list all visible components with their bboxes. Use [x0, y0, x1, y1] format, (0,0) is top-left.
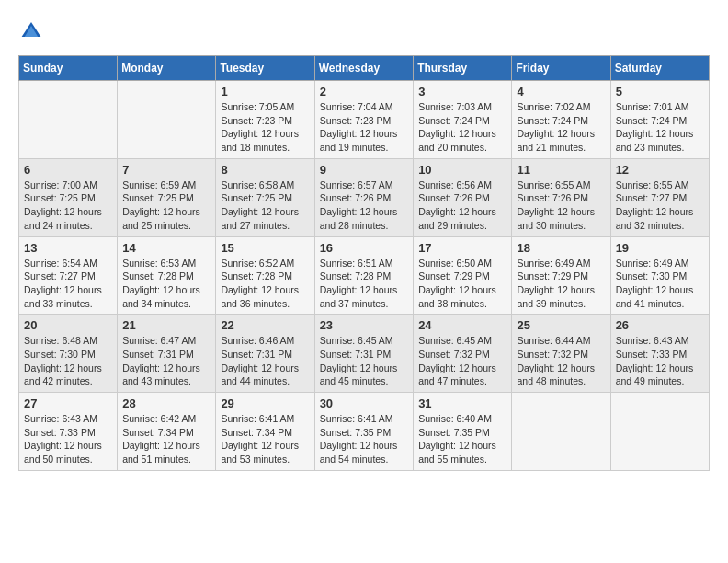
calendar-day-cell: 24Sunrise: 6:45 AM Sunset: 7:32 PM Dayli…	[414, 315, 512, 393]
calendar-day-cell: 18Sunrise: 6:49 AM Sunset: 7:29 PM Dayli…	[512, 236, 610, 315]
calendar-day-cell: 8Sunrise: 6:58 AM Sunset: 7:25 PM Daylig…	[216, 158, 314, 236]
calendar-week-row: 13Sunrise: 6:54 AM Sunset: 7:27 PM Dayli…	[19, 236, 710, 315]
day-number: 16	[320, 241, 409, 255]
day-info: Sunrise: 6:57 AM Sunset: 7:26 PM Dayligh…	[320, 178, 409, 233]
logo-icon	[20, 18, 42, 40]
day-number: 7	[122, 163, 210, 177]
day-info: Sunrise: 6:47 AM Sunset: 7:31 PM Dayligh…	[122, 334, 210, 388]
day-number: 5	[616, 85, 704, 98]
day-number: 22	[221, 318, 309, 332]
day-info: Sunrise: 7:00 AM Sunset: 7:25 PM Dayligh…	[24, 178, 112, 233]
calendar-week-row: 20Sunrise: 6:48 AM Sunset: 7:30 PM Dayli…	[19, 315, 710, 393]
calendar-empty-cell	[512, 393, 610, 471]
weekday-header-tuesday: Tuesday	[216, 56, 314, 81]
calendar-day-cell: 5Sunrise: 7:01 AM Sunset: 7:24 PM Daylig…	[610, 81, 709, 159]
day-info: Sunrise: 6:53 AM Sunset: 7:28 PM Dayligh…	[122, 257, 210, 311]
day-info: Sunrise: 6:49 AM Sunset: 7:29 PM Dayligh…	[517, 257, 605, 311]
calendar-day-cell: 20Sunrise: 6:48 AM Sunset: 7:30 PM Dayli…	[19, 315, 118, 393]
weekday-header-saturday: Saturday	[610, 56, 709, 81]
day-info: Sunrise: 7:05 AM Sunset: 7:23 PM Dayligh…	[221, 100, 309, 155]
day-number: 1	[221, 85, 309, 98]
day-info: Sunrise: 6:52 AM Sunset: 7:28 PM Dayligh…	[221, 257, 309, 311]
day-number: 17	[418, 241, 506, 255]
calendar-day-cell: 1Sunrise: 7:05 AM Sunset: 7:23 PM Daylig…	[216, 81, 314, 159]
weekday-header-row: SundayMondayTuesdayWednesdayThursdayFrid…	[19, 56, 710, 81]
day-info: Sunrise: 6:44 AM Sunset: 7:32 PM Dayligh…	[517, 334, 605, 388]
day-info: Sunrise: 6:45 AM Sunset: 7:31 PM Dayligh…	[320, 334, 409, 388]
day-info: Sunrise: 6:43 AM Sunset: 7:33 PM Dayligh…	[616, 334, 704, 388]
day-info: Sunrise: 6:58 AM Sunset: 7:25 PM Dayligh…	[221, 178, 309, 233]
calendar-day-cell: 9Sunrise: 6:57 AM Sunset: 7:26 PM Daylig…	[314, 158, 414, 236]
day-info: Sunrise: 6:49 AM Sunset: 7:30 PM Dayligh…	[616, 257, 704, 311]
weekday-header-thursday: Thursday	[414, 56, 512, 81]
day-number: 10	[418, 163, 506, 177]
day-number: 2	[320, 85, 409, 98]
calendar-day-cell: 26Sunrise: 6:43 AM Sunset: 7:33 PM Dayli…	[610, 315, 709, 393]
day-info: Sunrise: 6:56 AM Sunset: 7:26 PM Dayligh…	[418, 178, 506, 233]
calendar-empty-cell	[19, 81, 118, 159]
day-info: Sunrise: 6:50 AM Sunset: 7:29 PM Dayligh…	[418, 257, 506, 311]
day-number: 26	[616, 318, 704, 332]
calendar-empty-cell	[610, 393, 709, 471]
day-number: 15	[221, 241, 309, 255]
day-number: 20	[24, 318, 112, 332]
day-number: 6	[24, 163, 112, 177]
day-info: Sunrise: 6:54 AM Sunset: 7:27 PM Dayligh…	[24, 257, 112, 311]
day-info: Sunrise: 7:01 AM Sunset: 7:24 PM Dayligh…	[616, 100, 704, 155]
calendar-day-cell: 30Sunrise: 6:41 AM Sunset: 7:35 PM Dayli…	[314, 393, 414, 471]
day-info: Sunrise: 6:40 AM Sunset: 7:35 PM Dayligh…	[418, 412, 506, 466]
day-number: 3	[418, 85, 506, 98]
calendar-day-cell: 12Sunrise: 6:55 AM Sunset: 7:27 PM Dayli…	[610, 158, 709, 236]
calendar-day-cell: 19Sunrise: 6:49 AM Sunset: 7:30 PM Dayli…	[610, 236, 709, 315]
calendar-day-cell: 17Sunrise: 6:50 AM Sunset: 7:29 PM Dayli…	[414, 236, 512, 315]
day-number: 28	[122, 396, 210, 410]
day-number: 11	[517, 163, 605, 177]
day-info: Sunrise: 6:55 AM Sunset: 7:26 PM Dayligh…	[517, 178, 605, 233]
day-number: 8	[221, 163, 309, 177]
weekday-header-friday: Friday	[512, 56, 610, 81]
day-info: Sunrise: 7:03 AM Sunset: 7:24 PM Dayligh…	[418, 100, 506, 155]
calendar-day-cell: 28Sunrise: 6:42 AM Sunset: 7:34 PM Dayli…	[118, 393, 216, 471]
day-number: 30	[320, 396, 409, 410]
calendar-table: SundayMondayTuesdayWednesdayThursdayFrid…	[18, 55, 710, 471]
calendar-day-cell: 16Sunrise: 6:51 AM Sunset: 7:28 PM Dayli…	[314, 236, 414, 315]
calendar-day-cell: 7Sunrise: 6:59 AM Sunset: 7:25 PM Daylig…	[118, 158, 216, 236]
calendar-day-cell: 11Sunrise: 6:55 AM Sunset: 7:26 PM Dayli…	[512, 158, 610, 236]
day-info: Sunrise: 6:46 AM Sunset: 7:31 PM Dayligh…	[221, 334, 309, 388]
day-number: 14	[122, 241, 210, 255]
day-number: 29	[221, 396, 309, 410]
calendar-day-cell: 13Sunrise: 6:54 AM Sunset: 7:27 PM Dayli…	[19, 236, 118, 315]
day-number: 12	[616, 163, 704, 177]
calendar-day-cell: 22Sunrise: 6:46 AM Sunset: 7:31 PM Dayli…	[216, 315, 314, 393]
day-info: Sunrise: 7:04 AM Sunset: 7:23 PM Dayligh…	[320, 100, 409, 155]
day-number: 31	[418, 396, 506, 410]
calendar-week-row: 6Sunrise: 7:00 AM Sunset: 7:25 PM Daylig…	[19, 158, 710, 236]
day-number: 9	[320, 163, 409, 177]
day-info: Sunrise: 6:45 AM Sunset: 7:32 PM Dayligh…	[418, 334, 506, 388]
calendar-day-cell: 27Sunrise: 6:43 AM Sunset: 7:33 PM Dayli…	[19, 393, 118, 471]
calendar-day-cell: 15Sunrise: 6:52 AM Sunset: 7:28 PM Dayli…	[216, 236, 314, 315]
calendar-day-cell: 25Sunrise: 6:44 AM Sunset: 7:32 PM Dayli…	[512, 315, 610, 393]
calendar-header: SundayMondayTuesdayWednesdayThursdayFrid…	[19, 56, 710, 81]
calendar-day-cell: 14Sunrise: 6:53 AM Sunset: 7:28 PM Dayli…	[118, 236, 216, 315]
day-number: 21	[122, 318, 210, 332]
calendar-day-cell: 4Sunrise: 7:02 AM Sunset: 7:24 PM Daylig…	[512, 81, 610, 159]
logo	[18, 18, 42, 40]
day-info: Sunrise: 6:41 AM Sunset: 7:34 PM Dayligh…	[221, 412, 309, 466]
day-info: Sunrise: 6:51 AM Sunset: 7:28 PM Dayligh…	[320, 257, 409, 311]
calendar-day-cell: 3Sunrise: 7:03 AM Sunset: 7:24 PM Daylig…	[414, 81, 512, 159]
calendar-day-cell: 6Sunrise: 7:00 AM Sunset: 7:25 PM Daylig…	[19, 158, 118, 236]
day-number: 23	[320, 318, 409, 332]
calendar-day-cell: 21Sunrise: 6:47 AM Sunset: 7:31 PM Dayli…	[118, 315, 216, 393]
weekday-header-sunday: Sunday	[19, 56, 118, 81]
day-info: Sunrise: 6:42 AM Sunset: 7:34 PM Dayligh…	[122, 412, 210, 466]
calendar-day-cell: 2Sunrise: 7:04 AM Sunset: 7:23 PM Daylig…	[314, 81, 414, 159]
day-info: Sunrise: 6:41 AM Sunset: 7:35 PM Dayligh…	[320, 412, 409, 466]
day-number: 27	[24, 396, 112, 410]
calendar-body: 1Sunrise: 7:05 AM Sunset: 7:23 PM Daylig…	[19, 81, 710, 471]
calendar-day-cell: 29Sunrise: 6:41 AM Sunset: 7:34 PM Dayli…	[216, 393, 314, 471]
calendar-day-cell: 10Sunrise: 6:56 AM Sunset: 7:26 PM Dayli…	[414, 158, 512, 236]
day-info: Sunrise: 6:55 AM Sunset: 7:27 PM Dayligh…	[616, 178, 704, 233]
calendar-empty-cell	[118, 81, 216, 159]
weekday-header-monday: Monday	[118, 56, 216, 81]
